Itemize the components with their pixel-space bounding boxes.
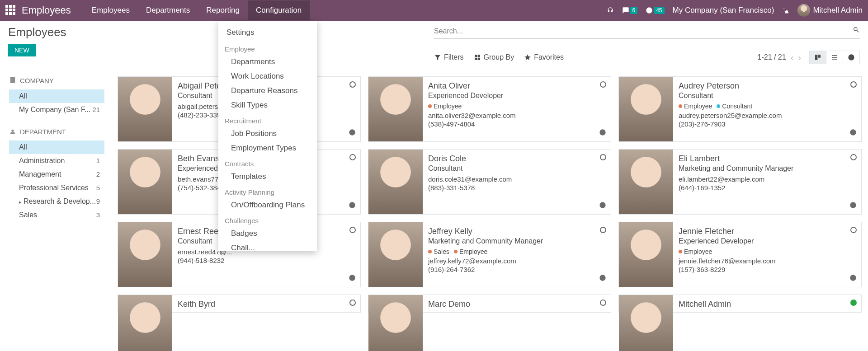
- sidebar-company-item[interactable]: All: [9, 89, 104, 103]
- search-box[interactable]: [434, 25, 860, 39]
- employee-card[interactable]: Jennie FletcherExperienced Developer Emp…: [618, 222, 862, 287]
- user-name: Mitchell Admin: [813, 6, 863, 15]
- sidebar-department-item[interactable]: Administration1: [9, 154, 104, 168]
- employee-card[interactable]: Audrey PetersonConsultant Employee Consu…: [618, 76, 862, 142]
- pager-prev-icon[interactable]: ‹: [791, 52, 794, 63]
- sidebar-item-label: ▸Research & Develop...: [19, 197, 96, 206]
- employee-phone: (157)-363-8229: [679, 266, 856, 273]
- sidebar-department-item[interactable]: Professional Services5: [9, 181, 104, 195]
- status-indicator[interactable]: [349, 154, 356, 160]
- employee-phone: (644)-169-1352: [679, 184, 856, 192]
- employee-title: Experienced Developer: [428, 92, 605, 100]
- activity-view-button[interactable]: [843, 51, 859, 64]
- sidebar-item-count: 1: [96, 157, 100, 165]
- status-indicator[interactable]: [600, 81, 606, 88]
- employee-card[interactable]: Doris ColeConsultantdoris.cole31@example…: [368, 149, 611, 215]
- tag-dot-icon: [428, 250, 432, 253]
- messages-count: 6: [630, 7, 638, 14]
- sidebar-department-item[interactable]: ▸Research & Develop...9: [9, 195, 104, 208]
- tag: Employee: [454, 248, 487, 255]
- dd-menu-item[interactable]: Work Locations: [218, 69, 315, 84]
- clock-icon[interactable]: [849, 201, 857, 211]
- status-indicator[interactable]: [600, 154, 606, 160]
- status-indicator[interactable]: [600, 227, 606, 233]
- status-indicator[interactable]: [850, 227, 857, 233]
- sidebar-item-count: 2: [96, 170, 100, 178]
- status-indicator[interactable]: [600, 300, 606, 306]
- clock-icon[interactable]: [849, 129, 857, 138]
- clock-icon[interactable]: [349, 201, 356, 211]
- groupby-button[interactable]: Group By: [474, 53, 514, 61]
- sidebar-item-count: 21: [92, 106, 100, 114]
- apps-icon[interactable]: [5, 5, 16, 16]
- sidebar-item-label: Sales: [19, 211, 37, 219]
- employee-photo: [118, 295, 172, 351]
- list-view-button[interactable]: [826, 51, 843, 64]
- dd-menu-item[interactable]: Employment Types: [218, 141, 315, 155]
- dd-menu-item[interactable]: Departments: [218, 55, 315, 69]
- status-indicator[interactable]: [850, 81, 857, 88]
- status-indicator[interactable]: [850, 300, 857, 306]
- nav-menu: Employees Departments Reporting Configur…: [84, 0, 310, 20]
- status-indicator[interactable]: [850, 154, 857, 160]
- messages-icon[interactable]: 6: [622, 7, 638, 14]
- employee-card[interactable]: Keith Byrd: [118, 295, 361, 313]
- dd-menu-item[interactable]: Chall...: [218, 241, 315, 250]
- employee-name: Eli Lambert: [679, 154, 856, 164]
- clock-icon[interactable]: [599, 274, 606, 283]
- new-button[interactable]: NEW: [8, 44, 36, 56]
- employee-card[interactable]: Marc Demo: [368, 295, 611, 313]
- status-indicator[interactable]: [349, 300, 356, 306]
- employee-card[interactable]: Anita OliverExperienced Developer Employ…: [368, 76, 611, 142]
- pager-next-icon[interactable]: ›: [798, 52, 801, 63]
- employee-card[interactable]: Eli LambertMarketing and Community Manag…: [618, 149, 862, 215]
- employee-phone: (916)-264-7362: [428, 266, 605, 273]
- nav-reporting[interactable]: Reporting: [198, 0, 248, 20]
- dd-menu-item[interactable]: Templates: [218, 169, 315, 184]
- support-icon[interactable]: [607, 7, 614, 14]
- sidebar-department-item[interactable]: Sales3: [9, 208, 104, 222]
- sidebar-item-label: All: [19, 143, 27, 151]
- sidebar-item-count: 5: [96, 184, 100, 192]
- favorites-button[interactable]: Favorites: [524, 53, 564, 61]
- dd-menu-item[interactable]: Skill Types: [218, 98, 315, 112]
- clock-icon[interactable]: [849, 274, 857, 283]
- clock-icon[interactable]: [599, 201, 606, 211]
- nav-configuration[interactable]: Configuration: [248, 0, 310, 20]
- filters-button[interactable]: Filters: [434, 53, 464, 61]
- sidebar-department-item[interactable]: Management2: [9, 168, 104, 181]
- dd-menu-item[interactable]: Departure Reasons: [218, 84, 315, 98]
- status-indicator[interactable]: [349, 81, 356, 88]
- nav-employees[interactable]: Employees: [84, 0, 138, 20]
- debug-icon[interactable]: [782, 7, 789, 14]
- tag: Employee: [679, 103, 712, 110]
- configuration-dropdown: Settings EmployeeDepartmentsWork Locatio…: [218, 21, 317, 251]
- clock-icon[interactable]: [349, 129, 356, 138]
- kanban-view-button[interactable]: [810, 51, 826, 64]
- employee-title: Marketing and Community Manager: [679, 164, 856, 173]
- employee-photo: [619, 295, 673, 351]
- clock-icon[interactable]: [349, 274, 356, 283]
- sidebar-department-item[interactable]: All: [9, 140, 104, 154]
- activities-icon[interactable]: 45: [646, 7, 664, 14]
- employee-name: Keith Byrd: [178, 300, 355, 309]
- employee-card[interactable]: Mitchell Admin: [618, 295, 862, 313]
- pager-value[interactable]: 1-21 / 21: [758, 53, 786, 61]
- employee-email: audrey.peterson25@example.com: [679, 112, 856, 119]
- dd-menu-item[interactable]: Job Positions: [218, 126, 315, 141]
- dd-menu-item[interactable]: Badges: [218, 226, 315, 241]
- clock-icon[interactable]: [599, 129, 606, 138]
- app-brand[interactable]: Employees: [22, 5, 71, 16]
- dd-settings[interactable]: Settings: [218, 24, 315, 41]
- user-menu[interactable]: Mitchell Admin: [797, 4, 863, 17]
- search-input[interactable]: [434, 27, 853, 35]
- employee-card[interactable]: Jeffrey KellyMarketing and Community Man…: [368, 222, 611, 287]
- status-indicator[interactable]: [349, 227, 356, 233]
- employee-tags: Sales Employee: [428, 248, 605, 255]
- employee-email: doris.cole31@example.com: [428, 175, 605, 183]
- search-icon[interactable]: [853, 26, 860, 36]
- nav-departments[interactable]: Departments: [138, 0, 198, 20]
- company-switcher[interactable]: My Company (San Francisco): [673, 6, 774, 15]
- sidebar-company-item[interactable]: My Company (San F...21: [9, 103, 104, 117]
- dd-menu-item[interactable]: On/Offboarding Plans: [218, 198, 315, 212]
